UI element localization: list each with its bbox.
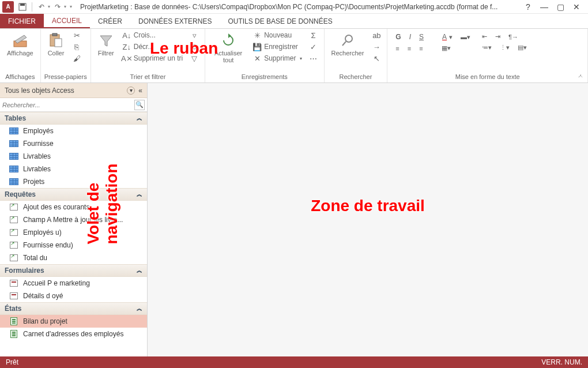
select-button[interactable]: ↖ — [370, 53, 383, 63]
redo-icon[interactable]: ↷ — [51, 1, 64, 13]
query-item[interactable]: Champ A Mettre à jour les livra... — [0, 213, 147, 226]
new-record-button[interactable]: ✳Nouveau — [250, 30, 304, 40]
ribbon-tabs: FICHIER ACCUEIL CRÉER DONNÉES EXTERNES O… — [0, 14, 588, 29]
refresh-all-button[interactable]: Actualiser tout — [209, 30, 248, 66]
paste-button[interactable]: Coller — [44, 30, 68, 59]
window-title: ProjetMarketing : Base de données- C:\Us… — [72, 3, 522, 11]
cut-button[interactable]: ✂ — [70, 30, 84, 40]
form-icon — [10, 292, 18, 299]
filter-icon — [98, 32, 114, 48]
align-left-button[interactable]: ≡ — [393, 44, 401, 52]
search-icon[interactable]: 🔍 — [134, 100, 145, 110]
navpane-menu-icon[interactable]: ▾ — [127, 87, 135, 95]
category-queries[interactable]: Requêtes︽ — [0, 188, 147, 201]
group-find: Rechercher ab → ↖ Rechercher — [325, 29, 388, 82]
report-item[interactable]: Carnet d'adresses des employés — [0, 328, 147, 340]
help-icon[interactable]: ? — [522, 2, 534, 12]
view-icon — [12, 32, 28, 48]
table-icon — [9, 166, 18, 172]
italic-button[interactable]: I — [407, 32, 413, 42]
toggle-filter-button[interactable]: ▽ — [187, 53, 201, 63]
workarea: Zone de travail — [148, 83, 588, 356]
save-record-button[interactable]: 💾Enregistrer — [250, 42, 304, 52]
sort-desc-button[interactable]: Z↓Décr... — [120, 42, 185, 52]
collapse-ribbon-icon[interactable]: ㅅ — [578, 72, 583, 80]
tab-home[interactable]: ACCUEIL — [44, 14, 90, 28]
table-icon — [9, 178, 18, 185]
table-icon — [9, 153, 18, 160]
format-painter-button[interactable]: 🖌 — [70, 53, 84, 63]
table-icon — [9, 127, 18, 134]
tab-create[interactable]: CRÉER — [90, 14, 130, 28]
category-tables[interactable]: Tables︽ — [0, 112, 147, 125]
font-color-button[interactable]: A▾ — [440, 32, 455, 42]
query-icon — [10, 242, 18, 249]
indent-dec-button[interactable]: ⇤ — [480, 32, 489, 41]
align-center-button[interactable]: ≡ — [405, 44, 413, 52]
table-item[interactable]: Livrables — [0, 163, 147, 175]
form-icon — [10, 280, 18, 287]
sort-asc-button[interactable]: A↓Crois... — [120, 30, 185, 40]
bold-button[interactable]: G — [393, 32, 403, 42]
table-item[interactable]: Projets — [0, 175, 147, 188]
tab-file[interactable]: FICHIER — [0, 14, 44, 28]
navpane-title[interactable]: Tous les objets Access — [5, 87, 127, 95]
indent-inc-button[interactable]: ⇥ — [493, 32, 503, 41]
gridlines-button[interactable]: ▦▾ — [439, 44, 453, 52]
query-item[interactable]: Ajout des es courants — [0, 201, 147, 213]
search-input[interactable] — [2, 102, 134, 108]
selection-icon: ▿ — [190, 31, 199, 40]
navpane-collapse-icon[interactable]: « — [138, 87, 142, 95]
filter-button[interactable]: Filtrer — [95, 30, 118, 59]
delete-record-button[interactable]: ✕Supprimer▾ — [250, 53, 304, 63]
find-button[interactable]: Rechercher — [328, 30, 368, 59]
ltr-button[interactable]: ¶→ — [506, 32, 521, 41]
form-item[interactable]: Détails d oyé — [0, 290, 147, 302]
numbering-button[interactable]: ⋮▾ — [497, 43, 512, 52]
fill-color-button[interactable]: ▬▾ — [458, 32, 473, 42]
align-right-button[interactable]: ≡ — [417, 44, 425, 52]
category-reports[interactable]: États︽ — [0, 302, 147, 315]
more-button[interactable]: ⋯ — [307, 53, 321, 63]
report-icon — [10, 317, 17, 325]
form-item[interactable]: Accueil P e marketing — [0, 277, 147, 290]
report-icon — [10, 330, 17, 338]
group-records: Actualiser tout ✳Nouveau 💾Enregistrer ✕S… — [205, 29, 324, 82]
query-item[interactable]: Fournisse endu) — [0, 239, 147, 251]
category-forms[interactable]: Formulaires︽ — [0, 264, 147, 277]
copy-button[interactable]: ⎘ — [70, 42, 84, 52]
svg-line-7 — [342, 42, 346, 46]
save-icon[interactable] — [16, 1, 29, 13]
tab-db-tools[interactable]: OUTILS DE BASE DE DONNÉES — [220, 14, 340, 28]
table-item[interactable]: Fournisse — [0, 137, 147, 150]
select-icon: ↖ — [372, 54, 381, 63]
table-item[interactable]: Employés — [0, 125, 147, 137]
clear-sort-icon: A⨯ — [122, 54, 131, 63]
alt-row-button[interactable]: ▤▾ — [515, 43, 529, 52]
totals-button[interactable]: Σ — [307, 30, 321, 40]
sort-desc-icon: Z↓ — [122, 42, 131, 51]
tab-external-data[interactable]: DONNÉES EXTERNES — [130, 14, 220, 28]
spelling-button[interactable]: ✓ — [307, 42, 321, 52]
underline-button[interactable]: S — [417, 32, 426, 42]
close-icon[interactable]: ✕ — [571, 2, 582, 12]
table-item[interactable]: Livrables — [0, 150, 147, 163]
undo-icon[interactable]: ↶ — [35, 1, 48, 13]
query-item[interactable]: Total du — [0, 251, 147, 264]
table-icon — [9, 140, 18, 147]
maximize-icon[interactable]: ▢ — [555, 2, 566, 12]
minimize-icon[interactable]: — — [538, 2, 550, 12]
advanced-filter-button[interactable]: ⚙ — [187, 42, 201, 52]
sort-asc-icon: A↓ — [122, 31, 131, 40]
query-item[interactable]: Employés u) — [0, 226, 147, 239]
ribbon: Le ruban Affichage Affichages Coller ✂ ⎘… — [0, 29, 588, 83]
svg-rect-5 — [55, 39, 62, 47]
statusbar: Prêt VERR. NUM. — [0, 356, 588, 368]
view-button[interactable]: Affichage — [3, 30, 37, 59]
goto-button[interactable]: → — [370, 42, 383, 52]
replace-button[interactable]: ab — [370, 30, 383, 40]
clear-sort-button[interactable]: A⨯Supprimer un tri — [120, 53, 185, 63]
bullets-button[interactable]: ≔▾ — [480, 43, 494, 52]
report-item[interactable]: Bilan du projet — [0, 315, 147, 328]
selection-filter-button[interactable]: ▿ — [187, 30, 201, 40]
